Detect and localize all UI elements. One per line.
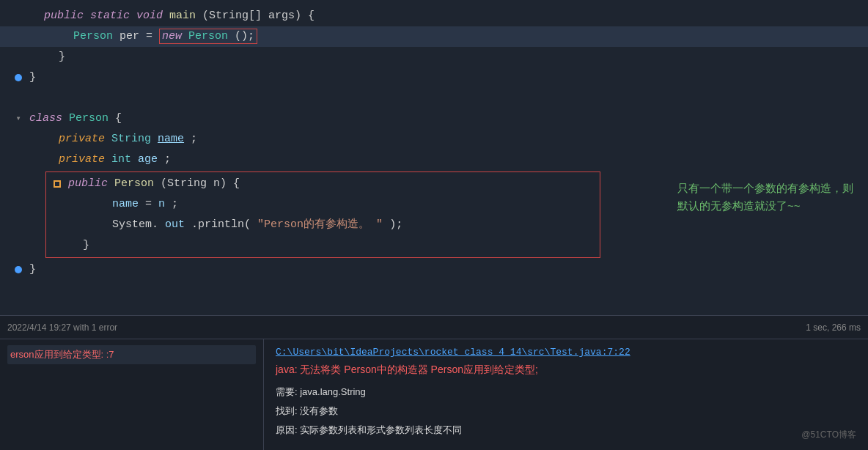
line-content-7: private String name ; bbox=[29, 129, 197, 150]
constructor-close-brace: } bbox=[83, 239, 89, 251]
new-person-boxed: new Person (); bbox=[159, 29, 257, 44]
constructor-line-2: name = n ; bbox=[46, 194, 600, 215]
type-int: int bbox=[111, 153, 138, 166]
code-line-5 bbox=[0, 88, 868, 108]
new-person-call: Person bbox=[188, 30, 228, 43]
constructor-content-2: name = n ; bbox=[68, 194, 178, 215]
line-content-8: private int age ; bbox=[29, 150, 171, 170]
constructor-content-4: } bbox=[68, 235, 89, 256]
line-content-4: } bbox=[29, 67, 36, 88]
system-class: System. bbox=[112, 218, 158, 231]
line-gutter-4 bbox=[7, 74, 29, 81]
code-line-1: public static void main (String[] args) … bbox=[0, 6, 868, 26]
line-gutter-last bbox=[7, 266, 29, 273]
constructor-name: Person bbox=[114, 177, 154, 190]
orange-dot-icon bbox=[54, 180, 61, 188]
bottom-content: erson应用到给定类型: :7 C:\Users\bit\IdeaProjec… bbox=[0, 339, 868, 450]
gutter-dot-blue-2 bbox=[15, 266, 22, 273]
constructor-block: public Person (String n) { name = n ; bbox=[45, 171, 600, 258]
line-gutter-6: ▾ bbox=[7, 108, 29, 129]
keyword-public: public bbox=[44, 10, 90, 22]
type-string: String bbox=[111, 133, 158, 145]
bottom-left-panel: erson应用到给定类型: :7 bbox=[0, 339, 264, 450]
semicolon-2: ; bbox=[164, 153, 171, 166]
keyword-private-2: private bbox=[59, 153, 111, 166]
println-string: "Person的有参构造。 " bbox=[257, 218, 383, 231]
field-age: age bbox=[138, 153, 158, 166]
keyword-void: void bbox=[136, 10, 169, 22]
keyword-static: static bbox=[90, 10, 136, 22]
brace-close-main: } bbox=[59, 51, 65, 63]
class-person-type: Person bbox=[73, 30, 119, 43]
constructor-content-3: System. out .println( "Person的有参构造。 " ); bbox=[68, 215, 402, 235]
assign-op: = bbox=[145, 198, 158, 210]
brace-close-class1: } bbox=[29, 71, 36, 84]
gutter-dot-blue bbox=[15, 74, 22, 81]
func-main: main bbox=[169, 10, 196, 22]
keyword-private-1: private bbox=[59, 133, 111, 145]
system-out: out bbox=[165, 218, 185, 231]
code-line-2: Person per = new Person (); bbox=[0, 26, 868, 47]
class-open-brace: { bbox=[115, 112, 122, 125]
assign-semi: ; bbox=[172, 198, 178, 210]
field-name: name bbox=[158, 133, 184, 145]
line-content-last: } bbox=[29, 259, 36, 280]
arrow-icon: ▾ bbox=[15, 108, 21, 129]
status-date: 2022/4/14 19:27 with 1 error bbox=[7, 322, 117, 333]
var-per: per = bbox=[119, 30, 159, 43]
println-call: .println( bbox=[191, 218, 251, 231]
annotation-bubble: 只有一个带一个参数的有参构造，则 默认的无参构造就没了~~ bbox=[677, 180, 853, 215]
keyword-class: class bbox=[29, 112, 69, 125]
watermark: @51CTO博客 bbox=[801, 429, 856, 441]
bottom-panel: 2022/4/14 19:27 with 1 error 1 sec, 266 … bbox=[0, 315, 868, 450]
status-bar: 2022/4/14 19:27 with 1 error 1 sec, 266 … bbox=[0, 316, 868, 339]
code-line-7: private String name ; bbox=[0, 129, 868, 150]
code-line-8: private int age ; bbox=[0, 150, 868, 170]
new-person-parens: (); bbox=[235, 30, 254, 43]
error-reason: 原因: 实际参数列表和形式参数列表长度不同 bbox=[276, 421, 856, 440]
code-line-last: } bbox=[0, 259, 868, 280]
error-snippet-item[interactable]: erson应用到给定类型: :7 bbox=[7, 345, 256, 364]
println-close: ); bbox=[389, 218, 402, 231]
assign-n: n bbox=[158, 198, 165, 210]
code-line-3: } bbox=[0, 47, 868, 67]
annotation-line-2: 默认的无参构造就没了~~ bbox=[677, 197, 853, 215]
keyword-public-constructor: public bbox=[68, 177, 114, 190]
editor-area: public static void main (String[] args) … bbox=[0, 0, 868, 315]
ide-window: public static void main (String[] args) … bbox=[0, 0, 868, 450]
constructor-content-1: public Person (String n) { bbox=[68, 174, 240, 194]
status-timing: 1 sec, 266 ms bbox=[806, 322, 861, 333]
line-content-1: public static void main (String[] args) … bbox=[29, 6, 315, 26]
constructor-line-4: } bbox=[46, 235, 600, 256]
bottom-right-panel: C:\Users\bit\IdeaProjects\rocket_class_4… bbox=[264, 339, 868, 450]
constructor-gutter-1 bbox=[46, 180, 68, 188]
error-path-link[interactable]: C:\Users\bit\IdeaProjects\rocket_class_4… bbox=[276, 347, 856, 358]
annotation-line-1: 只有一个带一个参数的有参构造，则 bbox=[677, 180, 853, 197]
error-details: 需要: java.lang.String 找到: 没有参数 原因: 实际参数列表… bbox=[276, 383, 856, 440]
constructor-line-1: public Person (String n) { bbox=[46, 174, 600, 194]
class-close-brace: } bbox=[29, 263, 36, 276]
keyword-new: new bbox=[162, 30, 188, 43]
line-content-3: } bbox=[29, 47, 65, 67]
error-main-message: java: 无法将类 Person中的构造器 Person应用到给定类型; bbox=[276, 364, 856, 377]
semicolon-1: ; bbox=[191, 133, 197, 145]
line-content-2: Person per = new Person (); bbox=[29, 26, 257, 47]
class-person-name: Person bbox=[69, 112, 108, 125]
code-args: (String[] args) { bbox=[202, 10, 315, 22]
error-snippet-text: erson应用到给定类型: :7 bbox=[10, 349, 114, 360]
code-line-6: ▾ class Person { bbox=[0, 108, 868, 129]
constructor-line-3: System. out .println( "Person的有参构造。 " ); bbox=[46, 215, 600, 235]
error-found: 找到: 没有参数 bbox=[276, 402, 856, 421]
line-content-6: class Person { bbox=[29, 108, 122, 129]
assign-name: name bbox=[112, 198, 139, 210]
error-needs: 需要: java.lang.String bbox=[276, 383, 856, 402]
constructor-params: (String n) { bbox=[161, 177, 240, 190]
code-line-4: } bbox=[0, 67, 868, 88]
